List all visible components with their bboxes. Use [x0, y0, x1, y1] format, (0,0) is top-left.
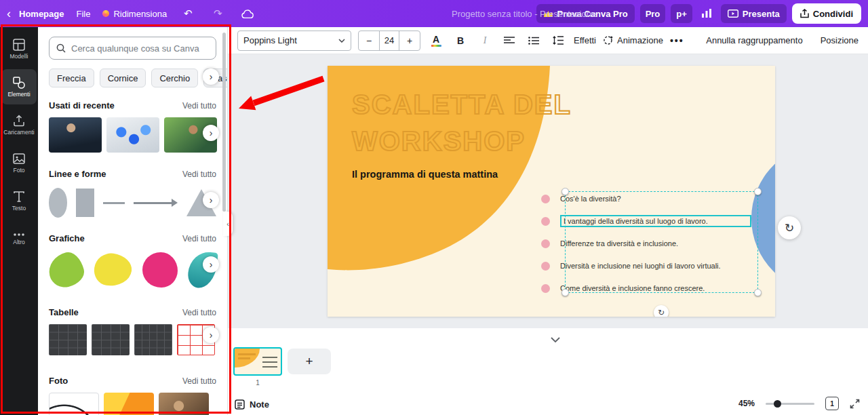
see-all-recent[interactable]: Vedi tutto: [182, 101, 216, 111]
table-template-2[interactable]: [92, 324, 130, 355]
page-thumbnail-1[interactable]: [233, 347, 282, 376]
graphic-pink-blob[interactable]: [142, 252, 177, 288]
chip-cornice[interactable]: Cornice: [100, 68, 146, 87]
notes-button[interactable]: Note: [235, 399, 269, 410]
sidebar-item-elementi[interactable]: Elementi: [1, 69, 37, 104]
recent-thumb-2[interactable]: [106, 117, 159, 153]
text-icon: [13, 191, 25, 203]
shape-arrow[interactable]: [134, 199, 178, 207]
table-template-3[interactable]: [134, 324, 172, 355]
more-options-button[interactable]: •••: [670, 35, 684, 46]
table-template-1[interactable]: [49, 324, 87, 355]
italic-button[interactable]: I: [476, 31, 494, 50]
section-title-lines-shapes: Linee e forme: [49, 169, 106, 179]
chip-cerchio[interactable]: Cerchio: [151, 68, 198, 87]
graphic-green-blob[interactable]: [45, 250, 87, 291]
font-size-value[interactable]: 24: [379, 31, 399, 50]
see-all-graphics[interactable]: Vedi tutto: [182, 234, 216, 243]
tables-scroll-chevron[interactable]: ›: [203, 327, 219, 343]
photo-thumb-2[interactable]: [104, 393, 154, 415]
bullet-dot: [541, 195, 550, 203]
chip-freccia[interactable]: Freccia: [49, 68, 94, 87]
see-all-photos[interactable]: Vedi tutto: [182, 376, 216, 386]
bullet-dot: [541, 284, 550, 293]
zoom-level[interactable]: 45%: [738, 399, 755, 408]
alignment-button[interactable]: [500, 31, 518, 50]
present-icon: [728, 9, 738, 18]
shape-line[interactable]: [103, 202, 125, 204]
panel-scrollbar[interactable]: [222, 33, 226, 212]
photo-thumb-3[interactable]: [159, 393, 209, 415]
shape-square[interactable]: [76, 189, 94, 217]
spacing-button[interactable]: [549, 31, 567, 50]
selection-handle-tr[interactable]: [754, 188, 762, 195]
insights-button[interactable]: [698, 5, 715, 22]
ungroup-button[interactable]: Annulla raggruppamento: [706, 35, 802, 45]
align-left-icon: [504, 37, 515, 45]
bullet-dot: [541, 217, 550, 226]
photo-thumb-1[interactable]: [49, 393, 99, 415]
homepage-button[interactable]: Homepage: [19, 9, 64, 19]
page-count-button[interactable]: 1: [825, 397, 839, 410]
collapse-strip-chevron[interactable]: [549, 336, 561, 344]
search-input[interactable]: [71, 43, 209, 54]
pro-badge[interactable]: Pro: [640, 4, 666, 23]
resize-button[interactable]: Ridimensiona: [102, 9, 167, 19]
search-box[interactable]: [49, 37, 216, 60]
section-title-tables: Tabelle: [49, 307, 79, 317]
font-family-select[interactable]: Poppins Light: [237, 31, 351, 51]
cycle-pages-button[interactable]: ↻: [778, 216, 801, 239]
sidebar-item-testo[interactable]: Testo: [1, 183, 37, 218]
list-button[interactable]: [525, 31, 542, 50]
add-page-button[interactable]: +: [288, 349, 331, 374]
page-thumbnail-number: 1: [233, 379, 282, 387]
slide-canvas[interactable]: SCALETTA DEL WORKSHOP Il programma di qu…: [328, 66, 775, 317]
zoom-slider[interactable]: [766, 403, 814, 405]
shapes-scroll-chevron[interactable]: ›: [203, 192, 219, 208]
shapes-row: [49, 187, 216, 218]
undo-button[interactable]: ↶: [179, 5, 197, 22]
back-chevron-icon[interactable]: ‹: [7, 7, 11, 20]
fullscreen-icon[interactable]: [850, 399, 860, 409]
file-menu[interactable]: File: [76, 9, 90, 19]
panel-collapse-handle[interactable]: ‹: [223, 212, 233, 236]
zoom-slider-knob[interactable]: [774, 400, 781, 408]
resize-icon: [102, 10, 109, 17]
chips-scroll-chevron[interactable]: ›: [203, 68, 219, 85]
see-all-tables[interactable]: Vedi tutto: [182, 308, 216, 317]
annotation-red-arrow: [234, 68, 330, 121]
position-button[interactable]: Posizione: [821, 35, 859, 45]
present-button[interactable]: Presenta: [721, 4, 787, 23]
rotate-handle[interactable]: ↻: [654, 305, 669, 317]
selection-handle-br[interactable]: [754, 289, 762, 296]
text-color-button[interactable]: A: [427, 31, 445, 50]
recent-thumb-1[interactable]: [49, 117, 102, 153]
document-title[interactable]: Progetto senza titolo - Presentazione: [452, 0, 596, 27]
bold-button[interactable]: B: [452, 31, 469, 50]
effects-button[interactable]: Effetti: [574, 35, 596, 45]
sidebar-item-caricamenti[interactable]: Caricamenti: [1, 107, 37, 142]
see-all-lines-shapes[interactable]: Vedi tutto: [182, 170, 216, 179]
share-button[interactable]: Condividi: [792, 3, 861, 24]
shape-circle[interactable]: [49, 188, 67, 218]
elements-icon: [13, 77, 25, 89]
font-size-decrease-button[interactable]: −: [359, 31, 379, 50]
font-size-increase-button[interactable]: +: [399, 31, 420, 50]
sidebar-item-modelli[interactable]: Modelli: [1, 31, 37, 66]
slide-subtitle[interactable]: Il programma di questa mattina: [352, 169, 498, 180]
selection-handle-tl[interactable]: [561, 188, 569, 195]
slide-title[interactable]: SCALETTA DEL WORKSHOP: [352, 86, 572, 159]
recent-scroll-chevron[interactable]: ›: [203, 125, 219, 141]
sidebar-item-foto[interactable]: Foto: [1, 145, 37, 180]
selection-box[interactable]: [565, 191, 758, 293]
tables-row: [49, 324, 216, 355]
photos-icon: [13, 153, 25, 165]
animate-button[interactable]: Animazione: [603, 35, 663, 45]
sidebar-item-altro[interactable]: Altro: [1, 221, 37, 256]
graphic-yellow-blob[interactable]: [92, 251, 134, 288]
status-bar-right: 45% 1: [738, 397, 860, 410]
pplus-badge[interactable]: p+: [671, 4, 692, 23]
redo-button[interactable]: ↷: [209, 5, 226, 22]
selection-handle-bl[interactable]: [561, 289, 569, 296]
graphics-scroll-chevron[interactable]: ›: [203, 256, 219, 273]
